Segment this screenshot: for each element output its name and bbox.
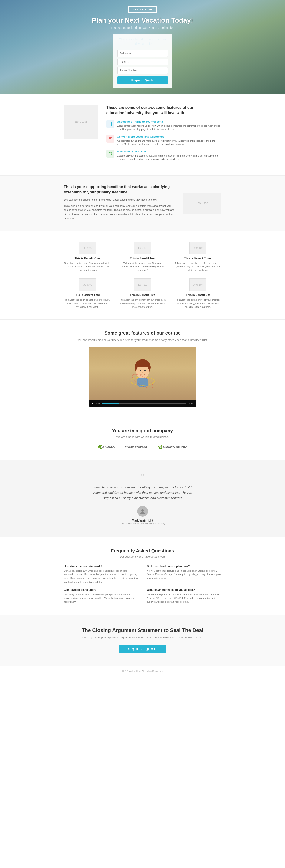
benefit-title-6: This is Benefit Six [175,293,221,297]
faq-answer-1: Our 10 day trial is 100% free and does n… [64,569,138,584]
faq-heading: Frequently Asked Questions [64,548,221,554]
benefit-item-2: 100 x 100 This is Benefit Two Talk about… [119,242,166,272]
svg-rect-1 [110,123,110,126]
hero-subheadline: The best travel landing page you are loo… [4,26,281,29]
video-player[interactable]: ▶ 00:35 vimeo [89,347,196,407]
benefits-section: 100 x 100 This is Benefit One Talk about… [51,231,234,319]
features-section-wrapper: 400 x 420 These are some of our awesome … [0,94,285,176]
benefit-item-1: 100 x 100 This is Benefit One Talk about… [64,242,111,272]
supporting-section-wrapper: This is your supporting headline that wo… [0,176,285,231]
envato-studio-logo: 🌿envato studio [158,445,188,450]
benefit-title-4: This is Benefit Four [64,293,111,297]
feature-item-3: Save Money and Time Execute on your mark… [106,150,221,161]
fullname-input[interactable] [118,50,168,57]
phone-input[interactable] [118,67,168,74]
time-display: 00:35 [95,402,100,405]
benefit-item-6: 100 x 100 This is Benefit Six Talk about… [175,278,221,309]
faq-item-3: Can I switch plans later? Absolutely. Yo… [64,588,138,604]
faq-question-4: What payment types do you accept? [147,588,221,591]
faq-item-1: How does the free trial work? Our 10 day… [64,564,138,584]
testimonial-section: " I have been using this template for al… [51,460,234,537]
svg-rect-4 [108,138,111,138]
hero-section: ALL IN ONE Plan your Next Vacation Today… [0,0,285,94]
benefit-image-1: 100 x 100 [79,242,96,254]
video-thumbnail [89,347,196,400]
logo-badge: ALL IN ONE [128,6,157,12]
faq-answer-2: No. You get the full featured, unlimited… [147,569,221,580]
closing-section: The Closing Argument Statement to Seal T… [0,615,285,666]
envato-logo: 🌿envato [97,445,115,450]
faq-section: Frequently Asked Questions Got questions… [51,537,234,615]
benefit-title-1: This is Benefit One [64,257,111,260]
feature-item-2: Convert More Leads and Customers An opti… [106,135,221,146]
trusted-section: You are in a good company We are funded … [51,417,234,460]
feature-icon-time [106,150,114,158]
feature-desc-1: With segmentation reports you'll know wh… [117,124,221,131]
supporting-body2: This could be a paragraph about you or y… [64,204,175,220]
faq-item-4: What payment types do you accept? We acc… [147,588,221,604]
benefit-image-4: 100 x 100 [79,278,96,291]
email-input[interactable] [118,59,168,65]
benefit-desc-2: Talk about the second benefit of your pr… [119,261,166,272]
testimonial-title: CEO & Founder of Another Great Company [68,522,217,525]
testimonial-section-wrapper: " I have been using this template for al… [0,460,285,537]
benefit-image-3: 100 x 100 [189,242,207,254]
svg-rect-6 [108,140,111,140]
closing-description: This is your supporting closing argument… [17,636,268,640]
benefit-title-3: This is Benefit Three [175,257,221,260]
progress-bar[interactable] [102,403,186,404]
benefit-image-2: 100 x 100 [134,242,151,254]
feature-title-2: Convert More Leads and Customers [117,135,221,138]
faq-grid: How does the free trial work? Our 10 day… [64,564,221,604]
feature-icon-leads [106,135,114,143]
benefits-section-wrapper: 100 x 100 This is Benefit One Talk about… [0,231,285,319]
video-controls[interactable]: ▶ 00:35 vimeo [89,400,196,407]
brand-logos-row: 🌿envato themeforest 🌿envato studio [64,445,221,450]
feature-title-1: Understand Traffic to Your Website [117,120,221,123]
benefit-desc-1: Talk about the first benefit of your pro… [64,261,111,272]
trusted-subheading: We are funded with world's trusted brand… [64,435,221,438]
benefit-item-4: 100 x 100 This is Benefit Four Talk abou… [64,278,111,309]
benefit-title-5: This is Benefit Five [119,293,166,297]
benefit-item-5: 100 x 100 This is Benefit Five Talk abou… [119,278,166,309]
feature-desc-3: Execute on your marketing campaigns with… [117,154,221,161]
hero-form: This is your Introduction to the form an… [113,34,172,88]
testimonial-avatar [137,506,148,517]
themeforest-logo: themeforest [125,445,147,450]
closing-heading: The Closing Argument Statement to Seal T… [17,627,268,633]
request-quote-button[interactable]: Request Quote [118,76,168,84]
play-button[interactable]: ▶ [92,402,93,405]
testimonial-name: Mark Wainright [68,519,217,522]
testimonial-quote: I have been using this template for all … [89,485,196,501]
features-section: 400 x 420 These are some of our awesome … [51,94,234,175]
feature-desc-2: An optimized funnel means more customers… [117,139,221,146]
features-image: 400 x 420 [64,105,98,139]
supporting-text: This is your supporting headline that wo… [64,184,175,222]
supporting-section: This is your supporting headline that wo… [51,176,234,231]
feature-icon-analytics [106,120,114,128]
svg-rect-3 [108,137,112,138]
supporting-body1: You can use this space to inform the vis… [64,198,175,202]
hero-headline: Plan your Next Vacation Today! [4,17,281,24]
svg-rect-0 [108,124,109,126]
faq-item-2: Do I need to choose a plan now? No. You … [147,564,221,584]
feature-text-1: Understand Traffic to Your Website With … [117,120,221,131]
trusted-heading: You are in a good company [64,428,221,434]
svg-point-13 [144,370,146,371]
svg-point-19 [140,512,145,515]
svg-point-14 [142,372,143,373]
benefit-desc-3: Talk about the third benefit of your pro… [175,261,221,272]
faq-subtitle: Got questions? We have got answers [64,555,221,558]
svg-rect-5 [108,139,112,140]
video-heading: Some great features of our course [64,330,221,336]
vimeo-logo: vimeo [188,402,194,405]
feature-text-3: Save Money and Time Execute on your mark… [117,150,221,161]
closing-cta-button[interactable]: REQUEST QUOTE [119,645,166,653]
progress-fill [102,403,119,404]
supporting-headline: This is your supporting headline that wo… [64,184,175,195]
benefit-desc-4: Talk about the ourth benefit of your pro… [64,298,111,309]
benefit-desc-6: Talk about the sixth benefit of your pro… [175,298,221,309]
faq-section-wrapper: Frequently Asked Questions Got questions… [0,537,285,615]
svg-rect-2 [111,122,112,126]
faq-answer-3: Absolutely. You can switch between our p… [64,593,138,604]
